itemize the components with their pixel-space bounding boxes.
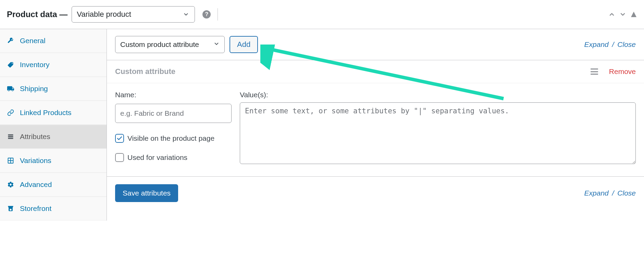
link-icon — [7, 109, 14, 116]
sidebar-item-label: General — [20, 37, 46, 45]
header-divider — [218, 8, 218, 21]
chevron-down-icon — [182, 11, 190, 18]
add-attribute-button[interactable]: Add — [230, 36, 258, 53]
sidebar: General Inventory Shipping Linked Produc… — [0, 29, 107, 221]
expand-link[interactable]: Expand — [584, 189, 609, 197]
truck-icon — [7, 85, 14, 92]
expand-close-bottom: Expand / Close — [584, 189, 636, 197]
wrench-icon — [7, 37, 14, 45]
close-link[interactable]: Close — [617, 189, 636, 197]
attribute-panel-body: Name: Visible on the product page — [107, 83, 644, 176]
panel-up-icon[interactable] — [608, 11, 615, 18]
drag-handle-icon[interactable] — [591, 68, 598, 75]
sidebar-item-general[interactable]: General — [0, 29, 107, 53]
remove-attribute-link[interactable]: Remove — [609, 67, 636, 76]
header-collapse-controls — [608, 11, 637, 18]
used-for-variations-checkbox[interactable] — [115, 153, 124, 162]
sidebar-item-label: Inventory — [20, 61, 49, 69]
attributes-bottom-toolbar: Save attributes Expand / Close — [107, 177, 644, 210]
sidebar-item-label: Attributes — [20, 133, 50, 141]
sidebar-item-label: Advanced — [20, 180, 52, 189]
attribute-panel-title: Custom attribute — [115, 67, 175, 76]
attribute-panel-header: Custom attribute Remove — [107, 60, 644, 83]
main: General Inventory Shipping Linked Produc… — [0, 29, 644, 221]
attribute-type-value: Custom product attribute — [120, 40, 199, 49]
panel-down-icon[interactable] — [619, 11, 626, 18]
chevron-down-icon — [213, 40, 220, 49]
attribute-name-input[interactable] — [115, 104, 232, 123]
sidebar-item-shipping[interactable]: Shipping — [0, 77, 107, 101]
product-type-value: Variable product — [77, 10, 131, 19]
gear-icon — [7, 181, 14, 188]
sidebar-item-variations[interactable]: Variations — [0, 149, 107, 173]
separator: / — [612, 40, 616, 48]
sidebar-item-inventory[interactable]: Inventory — [0, 53, 107, 77]
values-label: Value(s): — [240, 91, 636, 99]
separator: / — [612, 189, 616, 197]
panel-toggle-icon[interactable] — [630, 11, 637, 18]
attributes-toolbar: Custom product attribute Add Expand / Cl… — [107, 29, 644, 60]
panel-header: Product data — Variable product ? — [0, 0, 644, 29]
sidebar-item-label: Shipping — [20, 85, 48, 93]
used-for-variations-label: Used for variations — [127, 153, 187, 162]
sidebar-item-label: Linked Products — [20, 109, 72, 117]
help-icon[interactable]: ? — [202, 10, 211, 18]
expand-link[interactable]: Expand — [584, 40, 609, 48]
svg-rect-2 — [8, 136, 13, 137]
expand-close-top: Expand / Close — [584, 40, 636, 49]
store-icon — [7, 205, 14, 212]
product-type-select[interactable]: Variable product — [72, 6, 195, 23]
visible-checkbox-label: Visible on the product page — [127, 134, 214, 142]
sidebar-item-label: Storefront — [20, 204, 51, 213]
attribute-values-textarea[interactable] — [240, 102, 636, 164]
visible-checkbox[interactable] — [115, 134, 124, 143]
attribute-panel: Custom attribute Remove Name: — [107, 60, 644, 177]
sidebar-item-attributes[interactable]: Attributes — [0, 125, 107, 149]
attribute-type-select[interactable]: Custom product attribute — [115, 36, 225, 53]
tag-icon — [7, 61, 14, 68]
svg-rect-3 — [8, 138, 13, 139]
sidebar-item-linked-products[interactable]: Linked Products — [0, 101, 107, 125]
svg-marker-0 — [631, 12, 636, 17]
sidebar-item-label: Variations — [20, 156, 51, 165]
name-label: Name: — [115, 91, 232, 99]
sidebar-item-advanced[interactable]: Advanced — [0, 173, 107, 197]
close-link[interactable]: Close — [617, 40, 636, 48]
attributes-content: Custom product attribute Add Expand / Cl… — [107, 29, 644, 221]
svg-rect-1 — [8, 134, 13, 135]
sidebar-item-storefront[interactable]: Storefront — [0, 197, 107, 221]
list-icon — [7, 133, 14, 140]
save-attributes-button[interactable]: Save attributes — [115, 184, 178, 202]
panel-title: Product data — — [7, 10, 67, 19]
grid-icon — [7, 157, 14, 164]
